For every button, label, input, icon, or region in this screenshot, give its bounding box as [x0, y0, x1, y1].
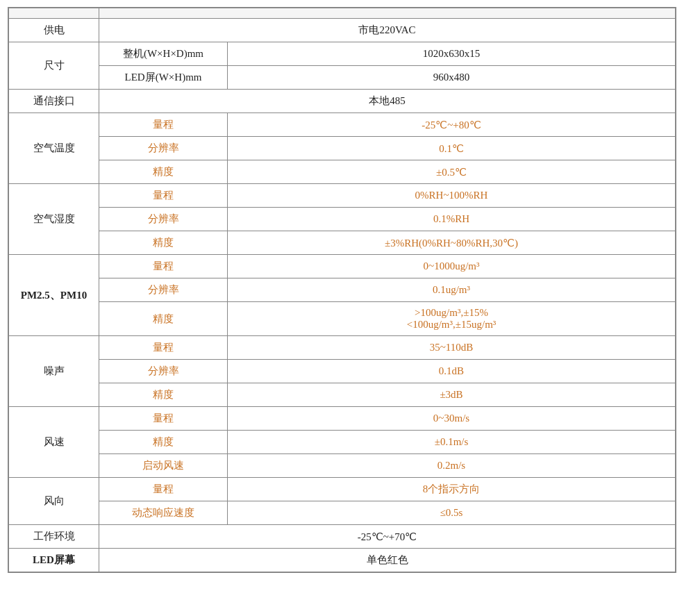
table-row: 风向量程8个指示方向 [9, 478, 676, 501]
table-row: LED屏幕单色红色 [9, 549, 676, 572]
sub-category-cell: 精度 [99, 160, 228, 184]
table-row: 启动风速0.2m/s [9, 454, 676, 478]
header-category [9, 8, 99, 19]
sub-category-cell: LED屏(W×H)mm [99, 66, 228, 90]
sub-category-cell: 精度 [99, 302, 228, 336]
value-cell: 0~1000ug/m³ [228, 255, 676, 278]
category-cell: 工作环境 [9, 525, 99, 549]
value-cell: >100ug/m³,±15%<100ug/m³,±15ug/m³ [228, 302, 676, 336]
table-row: 精度±0.5℃ [9, 160, 676, 184]
value-cell: 市电220VAC [99, 19, 676, 42]
value-cell: ±3dB [228, 383, 676, 407]
value-cell: 0.1dB [228, 360, 676, 383]
table-row: 精度>100ug/m³,±15%<100ug/m³,±15ug/m³ [9, 302, 676, 336]
table-row: 分辨率0.1ug/m³ [9, 278, 676, 302]
sub-category-cell: 分辨率 [99, 137, 228, 160]
value-cell: 35~110dB [228, 336, 676, 360]
sub-category-cell: 分辨率 [99, 208, 228, 231]
table-row: 分辨率0.1dB [9, 360, 676, 383]
sub-category-cell: 量程 [99, 255, 228, 278]
table-row: 空气温度量程-25℃~+80℃ [9, 113, 676, 137]
value-cell: -25℃~+70℃ [99, 525, 676, 549]
table-row: 风速量程0~30m/s [9, 407, 676, 431]
category-cell: 噪声 [9, 336, 99, 407]
value-cell: 0.2m/s [228, 454, 676, 478]
table-row: 分辨率0.1%RH [9, 208, 676, 231]
sub-category-cell: 量程 [99, 407, 228, 431]
category-cell: 风向 [9, 478, 99, 525]
table-row: 尺寸整机(W×H×D)mm1020x630x15 [9, 42, 676, 66]
value-cell: 单色红色 [99, 549, 676, 572]
sub-category-cell: 动态响应速度 [99, 501, 228, 525]
table-row: 动态响应速度≤0.5s [9, 501, 676, 525]
table-row: PM2.5、PM10量程0~1000ug/m³ [9, 255, 676, 278]
sub-category-cell: 精度 [99, 431, 228, 454]
value-cell: 0.1%RH [228, 208, 676, 231]
category-cell: 空气温度 [9, 113, 99, 184]
sub-category-cell: 分辨率 [99, 278, 228, 302]
table-row: 供电市电220VAC [9, 19, 676, 42]
value-cell: 0.1ug/m³ [228, 278, 676, 302]
table-row: 精度±0.1m/s [9, 431, 676, 454]
sub-category-cell: 精度 [99, 383, 228, 407]
category-cell: 供电 [9, 19, 99, 42]
sub-category-cell: 量程 [99, 113, 228, 137]
table-row: 精度±3%RH(0%RH~80%RH,30℃) [9, 231, 676, 255]
category-cell: PM2.5、PM10 [9, 255, 99, 336]
value-cell: ±3%RH(0%RH~80%RH,30℃) [228, 231, 676, 255]
table-row: LED屏(W×H)mm960x480 [9, 66, 676, 90]
value-cell: 1020x630x15 [228, 42, 676, 66]
value-cell: 本地485 [99, 90, 676, 113]
table-row: 噪声量程35~110dB [9, 336, 676, 360]
sub-category-cell: 启动风速 [99, 454, 228, 478]
category-cell: 风速 [9, 407, 99, 478]
value-cell: 0%RH~100%RH [228, 184, 676, 208]
value-cell: ±0.1m/s [228, 431, 676, 454]
table-row: 空气湿度量程0%RH~100%RH [9, 184, 676, 208]
table-row: 分辨率0.1℃ [9, 137, 676, 160]
sub-category-cell: 量程 [99, 184, 228, 208]
value-cell: 960x480 [228, 66, 676, 90]
value-cell: ±0.5℃ [228, 160, 676, 184]
category-cell: LED屏幕 [9, 549, 99, 572]
value-cell: 8个指示方向 [228, 478, 676, 501]
value-cell: 0.1℃ [228, 137, 676, 160]
sub-category-cell: 精度 [99, 231, 228, 255]
value-cell: ≤0.5s [228, 501, 676, 525]
value-cell: 0~30m/s [228, 407, 676, 431]
sub-category-cell: 分辨率 [99, 360, 228, 383]
category-cell: 空气湿度 [9, 184, 99, 255]
table-row: 通信接口本地485 [9, 90, 676, 113]
sub-category-cell: 量程 [99, 478, 228, 501]
header-indicator [99, 8, 676, 19]
sub-category-cell: 量程 [99, 336, 228, 360]
value-cell: -25℃~+80℃ [228, 113, 676, 137]
spec-table: 供电市电220VAC尺寸整机(W×H×D)mm1020x630x15LED屏(W… [8, 7, 676, 573]
table-header [9, 8, 676, 19]
category-cell: 尺寸 [9, 42, 99, 90]
table-row: 精度±3dB [9, 383, 676, 407]
sub-category-cell: 整机(W×H×D)mm [99, 42, 228, 66]
table-row: 工作环境-25℃~+70℃ [9, 525, 676, 549]
category-cell: 通信接口 [9, 90, 99, 113]
